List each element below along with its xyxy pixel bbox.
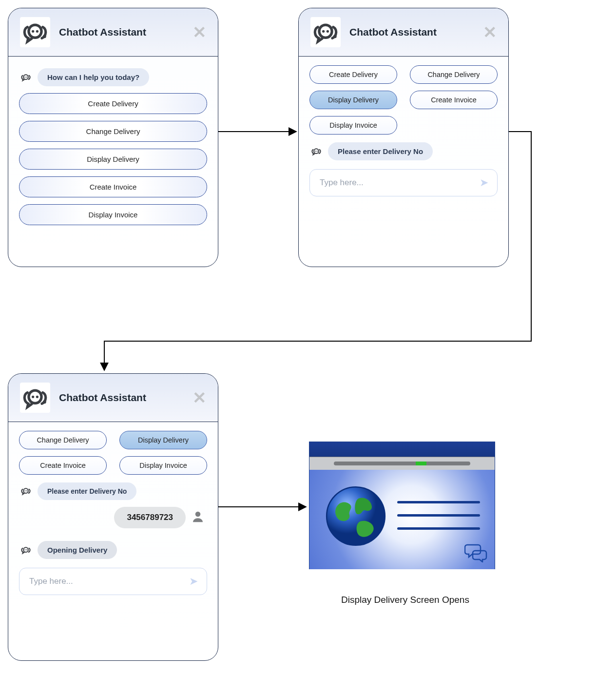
bot-status-row: Opening Delivery [19, 541, 207, 559]
svg-point-8 [26, 77, 27, 77]
options-list: Create Delivery Change Delivery Display … [19, 93, 207, 225]
svg-point-27 [327, 487, 385, 545]
svg-point-5 [43, 35, 46, 38]
panel-title: Chatbot Assistant [349, 26, 474, 38]
svg-point-6 [23, 75, 28, 79]
chat-panel-2: Chatbot Assistant ✕ Create Delivery Chan… [298, 8, 509, 267]
message-input[interactable] [319, 177, 480, 188]
bot-icon [310, 17, 341, 47]
svg-point-20 [23, 488, 28, 493]
option-display-delivery[interactable]: Display Delivery [119, 431, 207, 449]
option-change-delivery[interactable]: Change Delivery [410, 65, 498, 84]
bot-status: Opening Delivery [38, 541, 117, 559]
browser-body [309, 470, 495, 569]
browser-titlebar [309, 442, 495, 457]
svg-point-15 [317, 151, 318, 152]
browser-addressbar [309, 457, 495, 470]
svg-point-12 [333, 35, 337, 38]
option-create-delivery[interactable]: Create Delivery [19, 93, 207, 114]
bot-mini-icon [309, 145, 323, 158]
svg-point-19 [43, 400, 46, 404]
send-icon[interactable]: ➤ [189, 575, 198, 588]
bot-prompt-row: Please enter Delivery No [19, 482, 207, 500]
option-create-invoice[interactable]: Create Invoice [410, 91, 498, 109]
option-display-invoice[interactable]: Display Invoice [19, 204, 207, 225]
bot-prompt: Please enter Delivery No [328, 142, 433, 160]
user-avatar-icon [191, 509, 205, 526]
bot-mini-icon [19, 484, 33, 498]
chat-bubbles-icon [464, 543, 488, 564]
globe-icon [324, 484, 387, 550]
chat-panel-3: Chatbot Assistant ✕ Change Delivery Disp… [8, 373, 218, 661]
send-icon[interactable]: ➤ [480, 176, 488, 189]
close-icon[interactable]: ✕ [192, 24, 206, 40]
svg-point-10 [322, 30, 325, 33]
svg-point-3 [32, 30, 34, 33]
svg-point-14 [315, 151, 316, 152]
option-display-invoice[interactable]: Display Invoice [119, 456, 207, 475]
svg-point-4 [36, 30, 38, 33]
bot-icon [20, 383, 50, 413]
svg-point-23 [195, 512, 201, 517]
input-bar: ➤ [309, 169, 498, 196]
bot-prompt-row: Please enter Delivery No [309, 142, 498, 160]
panel-title: Chatbot Assistant [59, 26, 184, 38]
svg-point-2 [29, 25, 41, 38]
svg-point-22 [26, 490, 27, 491]
message-input[interactable] [28, 576, 189, 587]
svg-point-18 [36, 396, 38, 398]
svg-point-11 [327, 30, 329, 33]
options-grid: Change Delivery Display Delivery Create … [19, 431, 207, 475]
bot-icon [20, 17, 50, 47]
panel-header: Chatbot Assistant ✕ [8, 8, 218, 57]
result-caption: Display Delivery Screen Opens [341, 595, 469, 605]
close-icon[interactable]: ✕ [483, 24, 497, 40]
option-change-delivery[interactable]: Change Delivery [19, 121, 207, 142]
option-create-invoice[interactable]: Create Invoice [19, 456, 107, 475]
content-lines [397, 501, 480, 530]
option-display-delivery[interactable]: Display Delivery [309, 91, 397, 109]
panel-header: Chatbot Assistant ✕ [8, 374, 218, 422]
options-grid: Create Delivery Change Delivery Display … [309, 65, 498, 135]
diagram-stage: Chatbot Assistant ✕ How can I help you t… [0, 0, 616, 674]
panel-title: Chatbot Assistant [59, 392, 184, 404]
option-display-invoice[interactable]: Display Invoice [309, 116, 397, 135]
svg-point-9 [319, 25, 332, 38]
close-icon[interactable]: ✕ [192, 389, 206, 406]
panel-header: Chatbot Assistant ✕ [299, 8, 508, 57]
svg-point-16 [29, 390, 41, 403]
bot-mini-icon [19, 71, 33, 84]
svg-point-21 [24, 490, 25, 491]
svg-point-24 [23, 547, 28, 552]
bot-prompt: How can I help you today? [38, 68, 149, 86]
svg-point-13 [314, 149, 319, 154]
option-display-delivery[interactable]: Display Delivery [19, 149, 207, 170]
option-change-delivery[interactable]: Change Delivery [19, 431, 107, 449]
option-create-invoice[interactable]: Create Invoice [19, 176, 207, 197]
result-browser-window [309, 442, 495, 569]
svg-point-17 [32, 396, 34, 398]
chat-panel-1: Chatbot Assistant ✕ How can I help you t… [8, 8, 218, 267]
svg-point-7 [24, 77, 25, 77]
address-progress [334, 462, 470, 465]
user-entry: 3456789723 [114, 507, 186, 528]
svg-point-26 [26, 549, 27, 550]
bot-prompt: Please enter Delivery No [38, 482, 136, 500]
bot-prompt-row: How can I help you today? [19, 68, 207, 86]
svg-point-25 [24, 549, 25, 550]
input-bar: ➤ [19, 568, 207, 595]
bot-mini-icon [19, 543, 33, 557]
user-message-row: 3456789723 [21, 507, 205, 528]
option-create-delivery[interactable]: Create Delivery [309, 65, 397, 84]
